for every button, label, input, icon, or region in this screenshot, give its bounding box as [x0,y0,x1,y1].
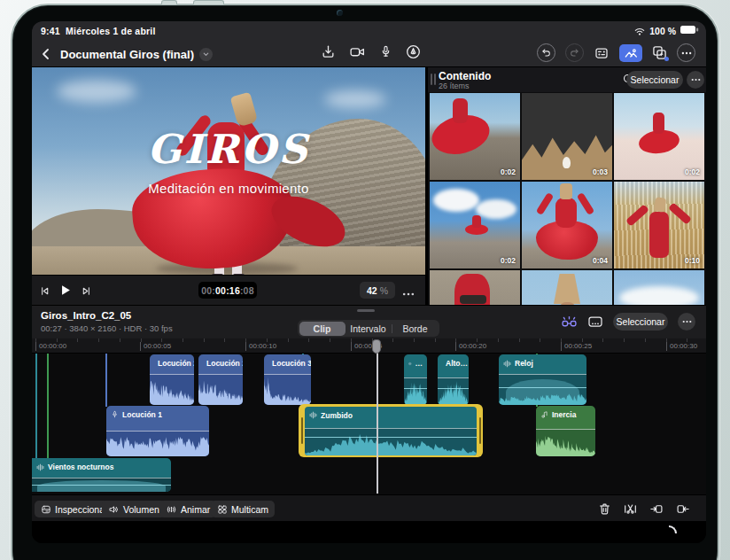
blade-icon[interactable] [624,502,637,516]
inspector-icon[interactable] [594,46,610,60]
title-chevron-down-icon[interactable] [199,48,213,61]
timecode-display[interactable]: 00:00:16:08 [198,282,257,299]
overwrite-clip-icon[interactable] [676,502,690,516]
effects-icon[interactable] [652,45,667,60]
media-thumbnail[interactable]: 0:02 [430,93,520,180]
panel-drag-handle[interactable] [434,74,436,85]
timeline-header: Giros_Intro_C2_05 00:27 · 3840 × 2160 · … [32,305,706,338]
media-thumbnail[interactable] [522,270,612,305]
back-button[interactable] [39,47,53,61]
redo-icon[interactable] [565,43,584,62]
timeline-select-button[interactable]: Seleccionar [613,313,668,331]
content-panel-title: Contenido [439,70,491,82]
timeline-clip-inercia[interactable]: Inercia [536,406,595,456]
ruler-label: 00:00:25 [561,342,592,351]
effects-badge [664,57,669,61]
clip-label: Alto… [446,359,468,368]
play-button[interactable] [59,284,72,299]
trim-handle-right[interactable] [479,417,481,444]
status-bar-left: 9:41 Miércoles 1 de abril [41,26,156,36]
clip-label: Locución 1 [122,410,162,419]
microphone-icon[interactable] [379,44,392,59]
timeline-clip-locucion2b[interactable]: Locución 2 [198,354,243,405]
clip-label: Reloj [515,359,533,368]
clip-duration: 0:02 [501,167,516,176]
trash-icon[interactable] [598,502,611,516]
clip-label: Inercia [552,410,576,419]
volume-button[interactable]: Volumen [102,501,166,517]
multicam-button[interactable]: Multicam [211,501,275,517]
trim-handle-left[interactable] [301,417,303,444]
project-title[interactable]: Documental Giros (final) [60,48,194,61]
media-thumbnail[interactable]: 0:03 [522,93,612,180]
media-browser-icon[interactable] [619,44,642,62]
clip-label: Locución 3 [272,359,311,368]
timeline-drag-handle[interactable] [357,309,375,312]
skip-back-icon[interactable] [39,285,50,297]
animate-label: Animar [181,504,210,515]
content-select-button[interactable]: Seleccionar [626,71,683,89]
animate-button[interactable]: Animar [159,501,216,517]
clip-label: Vientos nocturnos [48,463,113,471]
timecode-frames: :08 [240,285,254,296]
date: Miércoles 1 de abril [66,26,155,36]
video-viewer[interactable]: GIROS Meditación en movimiento [32,67,425,275]
timeline-clip-alto[interactable]: Alto… [438,354,469,405]
video-camera-icon[interactable] [349,44,366,59]
timeline-tracks[interactable]: Locución 2 Locución 2 Locución 3 … Alto…… [32,354,706,494]
timeline-clip-audio-small[interactable]: … [404,354,427,405]
timeline-clip-locucion2a[interactable]: Locución 2 [150,354,194,405]
timeline-clip-name: Giros_Intro_C2_05 [41,310,131,321]
panel-drag-handle[interactable] [431,74,432,85]
cloud [619,286,699,305]
timeline-clip-locucion3[interactable]: Locución 3 [264,354,311,405]
connection-line [105,354,107,407]
clip-duration: 0:02 [685,167,700,176]
ruler-label: 00:00:00 [35,342,66,351]
red-dancer [453,98,468,123]
front-camera [337,10,343,16]
more-options-icon[interactable] [677,43,695,62]
magnetic-snap-icon[interactable] [561,315,578,330]
timeline-clip-vientos[interactable]: Vientos nocturnos [32,458,171,492]
viewer-more-icon[interactable] [402,287,415,298]
dervish-hat [554,274,580,304]
clip-appearance-icon[interactable] [587,315,603,329]
insert-clip-icon[interactable] [649,502,664,516]
timeline-clip-locucion1[interactable]: Locución 1 [106,406,209,456]
import-icon[interactable] [321,44,336,59]
media-thumbnail[interactable]: 0:02 [614,93,704,180]
undo-icon[interactable] [537,43,555,62]
skip-forward-icon[interactable] [81,285,92,297]
segment-intervalo[interactable]: Intervalo [346,322,392,336]
ruler-label: 00:00:20 [455,342,486,351]
segment-clip[interactable]: Clip [299,322,346,336]
video-title-overlay: GIROS [32,126,425,173]
timeline-clip-zumbido-selected[interactable]: Zumbido [299,404,483,457]
content-panel-header: Contenido 26 ítems Seleccionar [428,67,706,92]
connection-line [47,354,49,459]
clip-duration: 0:02 [501,256,516,265]
red-dancer [649,212,669,258]
media-thumbnail[interactable]: 0:04 [522,182,612,268]
segment-borde[interactable]: Borde [392,322,439,336]
red-dancer [472,215,481,228]
timeline-clip-reloj[interactable]: Reloj [499,354,586,405]
viewer-zoom-control[interactable]: 42 % [360,282,395,299]
media-thumbnail[interactable]: 0:02 [430,182,520,268]
playhead-handle[interactable] [372,339,381,354]
pencil-tool-icon[interactable] [406,44,421,59]
content-more-icon[interactable] [687,71,704,89]
cloud [476,199,516,219]
timeline-ruler[interactable]: 00:00:00 00:00:05 00:00:10 00:00:15 00:0… [32,338,706,354]
media-thumbnail[interactable]: 0:10 [614,182,704,268]
content-browser-panel: Contenido 26 ítems Seleccionar 0:02 0: [428,67,706,305]
media-thumbnail[interactable] [614,270,704,305]
playhead[interactable] [377,340,378,494]
volume-label: Volumen [123,504,159,515]
dervish-hat [560,183,572,199]
media-thumbnail[interactable] [430,270,520,305]
top-bar: 9:41 Miércoles 1 de abril 100 % Document… [32,21,706,67]
volume-button-1 [161,0,177,4]
timeline-more-icon[interactable] [678,313,695,331]
